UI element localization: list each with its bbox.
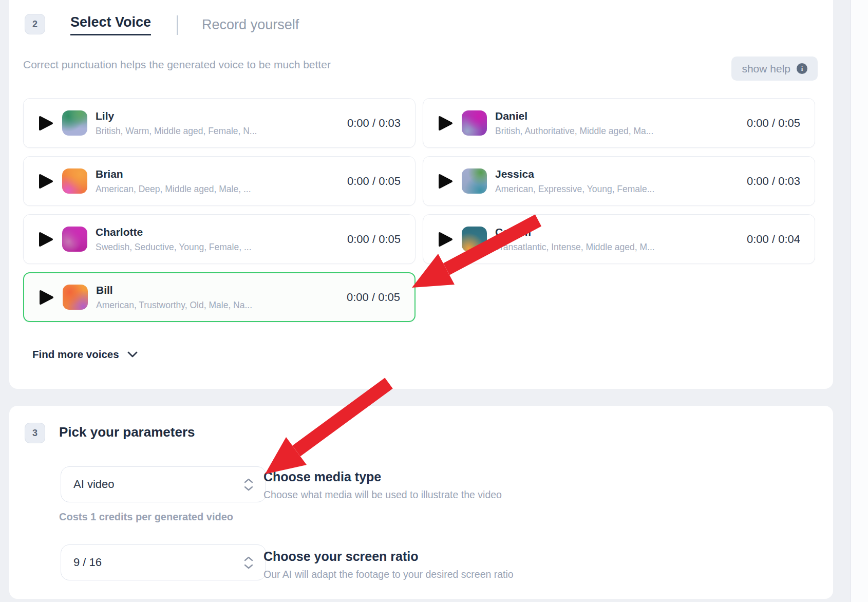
chevron-down-icon — [127, 351, 138, 358]
media-type-select[interactable]: AI video — [61, 466, 266, 502]
play-icon[interactable] — [38, 174, 53, 189]
voice-avatar — [62, 227, 87, 252]
voice-name: Jessica — [495, 167, 737, 181]
select-voice-panel: 2 Select Voice Record yourself Correct p… — [9, 0, 833, 389]
screen-ratio-heading: Choose your screen ratio — [263, 549, 514, 564]
voice-meta: Callum Transatlantic, Intense, Middle ag… — [495, 225, 737, 252]
voice-name: Brian — [96, 167, 337, 181]
select-updown-icon — [244, 556, 253, 569]
voice-meta: Bill American, Trustworthy, Old, Male, N… — [96, 284, 336, 310]
voice-card-jessica[interactable]: Jessica American, Expressive, Young, Fem… — [423, 156, 815, 206]
screen-ratio-value: 9 / 16 — [73, 556, 244, 569]
voice-meta: Charlotte Swedish, Seductive, Young, Fem… — [96, 225, 337, 252]
find-more-voices-button[interactable]: Find more voices — [32, 348, 138, 361]
voice-tabs: Select Voice Record yourself — [70, 14, 299, 35]
voice-meta: Brian American, Deep, Middle aged, Male,… — [96, 167, 337, 194]
voice-avatar — [462, 168, 487, 194]
voice-card-lily[interactable]: Lily British, Warm, Middle aged, Female,… — [23, 98, 416, 148]
voice-duration: 0:00 / 0:05 — [347, 233, 401, 246]
show-help-label: show help — [742, 63, 790, 75]
voice-avatar — [462, 110, 487, 136]
media-type-subtext: Choose what media will be used to illust… — [263, 489, 502, 501]
voice-description: British, Authoritative, Middle aged, Ma.… — [495, 126, 737, 137]
select-updown-icon — [244, 478, 253, 491]
credits-note: Costs 1 credits per generated video — [59, 511, 233, 523]
voice-description: Swedish, Seductive, Young, Female, ... — [96, 242, 337, 253]
voice-avatar — [62, 168, 87, 194]
tab-record-yourself[interactable]: Record yourself — [202, 17, 299, 33]
step-2-badge: 2 — [25, 14, 45, 34]
voice-description: British, Warm, Middle aged, Female, N... — [96, 126, 337, 137]
play-icon[interactable] — [438, 116, 453, 131]
play-icon[interactable] — [38, 232, 53, 247]
voice-meta: Lily British, Warm, Middle aged, Female,… — [96, 109, 337, 136]
voice-description: Transatlantic, Intense, Middle aged, M..… — [495, 242, 737, 253]
screen-ratio-label-block: Choose your screen ratio Our AI will ada… — [263, 549, 514, 580]
voice-generator-page: 2 Select Voice Record yourself Correct p… — [0, 0, 868, 602]
voice-description: American, Expressive, Young, Female... — [495, 184, 737, 195]
voice-duration: 0:00 / 0:03 — [747, 175, 800, 188]
voice-avatar — [462, 227, 487, 252]
parameters-title: Pick your parameters — [59, 424, 195, 440]
voice-name: Lily — [96, 109, 337, 123]
voice-card-brian[interactable]: Brian American, Deep, Middle aged, Male,… — [23, 156, 416, 206]
parameters-panel: 3 Pick your parameters AI video Choose m… — [9, 406, 833, 599]
empty-grid-cell — [423, 272, 815, 322]
screen-ratio-subtext: Our AI will adapt the footage to your de… — [263, 569, 514, 580]
tab-select-voice[interactable]: Select Voice — [70, 14, 151, 35]
voice-duration: 0:00 / 0:05 — [347, 175, 401, 188]
voice-duration: 0:00 / 0:03 — [347, 117, 401, 130]
scrollbar-track[interactable] — [851, 0, 868, 602]
voice-duration: 0:00 / 0:04 — [747, 233, 800, 246]
voice-card-charlotte[interactable]: Charlotte Swedish, Seductive, Young, Fem… — [23, 214, 416, 264]
voice-card-callum[interactable]: Callum Transatlantic, Intense, Middle ag… — [423, 214, 815, 264]
voice-card-bill-selected[interactable]: Bill American, Trustworthy, Old, Male, N… — [23, 272, 416, 322]
voice-meta: Daniel British, Authoritative, Middle ag… — [495, 109, 737, 136]
play-icon[interactable] — [38, 116, 53, 131]
show-help-button[interactable]: show help i — [731, 57, 818, 81]
voice-duration: 0:00 / 0:05 — [347, 291, 400, 304]
voice-description: American, Trustworthy, Old, Male, Na... — [96, 300, 336, 311]
voice-name: Charlotte — [96, 225, 337, 239]
voice-name: Bill — [96, 284, 336, 297]
voice-avatar — [63, 285, 88, 310]
play-icon[interactable] — [438, 232, 453, 247]
voice-avatar — [62, 110, 87, 136]
screen-ratio-select[interactable]: 9 / 16 — [61, 544, 266, 580]
voice-description: American, Deep, Middle aged, Male, ... — [96, 184, 337, 195]
step-3-badge: 3 — [25, 423, 45, 443]
find-more-voices-label: Find more voices — [32, 348, 119, 361]
voice-card-daniel[interactable]: Daniel British, Authoritative, Middle ag… — [423, 98, 815, 148]
voice-name: Daniel — [495, 109, 737, 123]
media-type-value: AI video — [73, 478, 244, 491]
voice-meta: Jessica American, Expressive, Young, Fem… — [495, 167, 737, 194]
info-icon: i — [797, 63, 807, 74]
voice-card-grid: Lily British, Warm, Middle aged, Female,… — [23, 98, 815, 322]
media-type-heading: Choose media type — [263, 469, 502, 484]
play-icon[interactable] — [39, 290, 54, 305]
voice-name: Callum — [495, 225, 737, 239]
voice-duration: 0:00 / 0:05 — [747, 117, 800, 130]
media-type-label-block: Choose media type Choose what media will… — [263, 469, 502, 501]
tab-divider — [177, 15, 178, 35]
play-icon[interactable] — [438, 174, 453, 189]
punctuation-helper-text: Correct punctuation helps the generated … — [23, 59, 331, 71]
